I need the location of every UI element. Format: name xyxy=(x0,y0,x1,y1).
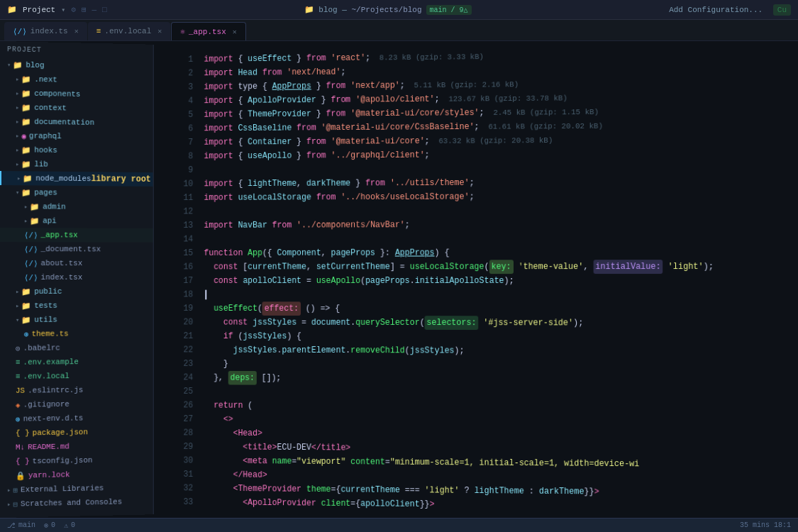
tree-label: utils xyxy=(34,316,57,324)
tab-env-local[interactable]: ≡ .env.local ✕ xyxy=(88,22,171,40)
tree-label: package.json xyxy=(33,428,88,437)
tree-item-scratches[interactable]: ▸ ⊟ Scratches and Consoles xyxy=(0,494,153,511)
error-icon: ⊗ xyxy=(44,521,48,530)
git-badge: main / 9△ xyxy=(426,5,472,15)
chevron-right-icon: ▸ xyxy=(16,132,19,140)
code-line-21: if (jssStyles) { xyxy=(204,329,798,345)
scratch-icon: ⊟ xyxy=(13,499,18,509)
chevron-right-icon: ▸ xyxy=(16,287,19,295)
tree-label: lib xyxy=(34,160,48,169)
tree-label: tests xyxy=(34,301,57,310)
status-bar: ⎇ main ⊗ 0 ⚠ 0 35 mins 18:1 xyxy=(0,518,798,532)
tree-item-pages[interactable]: ▾ 📁 pages xyxy=(0,185,153,201)
main-layout: PROJECT ▾ 📁 blog ▸ 📁 .next ▸ 📁 component… xyxy=(0,41,798,518)
folder-icon: 📁 xyxy=(23,174,33,183)
chevron-down-icon: ▾ xyxy=(16,189,19,196)
folder-icon: 📁 xyxy=(21,89,31,98)
folder-icon: 📁 xyxy=(13,60,23,70)
tree-label: _app.tsx xyxy=(41,231,78,239)
add-config-btn[interactable]: Add Configuration... Cu xyxy=(669,6,791,14)
tab-close-icon[interactable]: ✕ xyxy=(74,27,79,35)
project-name: Project xyxy=(23,6,55,14)
chevron-right-icon: ▸ xyxy=(16,89,19,97)
tsx-file-icon: ⟨/⟩ xyxy=(24,259,38,268)
tree-item-app-tsx[interactable]: ⟨/⟩ _app.tsx xyxy=(0,228,153,243)
lock-file-icon: 🔒 xyxy=(16,471,26,480)
code-line-19: useEffect(effect: () => { xyxy=(204,301,798,316)
code-line-17: const apolloClient = useApollo(pageProps… xyxy=(204,274,798,288)
tree-label: context xyxy=(34,104,67,113)
tree-label: index.tsx xyxy=(41,273,83,282)
folder-icon: 📁 xyxy=(21,103,31,112)
tree-label: tsconfig.json xyxy=(33,456,93,465)
tree-item-lib[interactable]: ▸ 📁 lib xyxy=(0,157,153,172)
tree-item-tests[interactable]: ▸ 📁 tests xyxy=(0,299,153,313)
gitignore-file-icon: ◈ xyxy=(16,400,21,409)
lib-icon: ⊞ xyxy=(13,485,18,494)
tree-label: Scratches and Consoles xyxy=(21,497,122,508)
tree-item-eslintrc[interactable]: JS .eslintrc.js xyxy=(0,382,153,398)
env-file-icon: ≡ xyxy=(16,358,21,367)
tree-label: api xyxy=(43,216,57,225)
status-branch: ⎇ main xyxy=(7,521,35,530)
folder-icon-project: 📁 xyxy=(304,5,314,14)
tree-item-document-tsx[interactable]: ⟨/⟩ _document.tsx xyxy=(0,242,153,256)
file-tree-sidebar[interactable]: PROJECT ▾ 📁 blog ▸ 📁 .next ▸ 📁 component… xyxy=(0,41,154,518)
chevron-right-icon: ▸ xyxy=(16,301,19,309)
tree-item-node-modules[interactable]: ▸ 📁 node_modules library root xyxy=(0,171,153,187)
tree-item-about-tsx[interactable]: ⟨/⟩ about.tsx xyxy=(0,256,153,270)
line-numbers: 12345 678910 1112131415 1617181920 21222… xyxy=(173,47,199,511)
ide-window: 📁 Project ▾ ⚙ ⊞ — □ 📁 blog — ~/Projects/… xyxy=(0,0,798,532)
tab-close-icon[interactable]: ✕ xyxy=(233,28,237,36)
tree-label: about.tsx xyxy=(41,259,83,267)
editor-area[interactable]: 12345 678910 1112131415 1617181920 21222… xyxy=(173,41,798,518)
tree-item-graphql[interactable]: ▸ ◉ graphql xyxy=(0,128,153,145)
code-line-15: function App({ Component, pageProps }: A… xyxy=(204,245,798,260)
tree-label: .env.example xyxy=(23,358,78,367)
chevron-down-icon: ▾ xyxy=(16,316,19,323)
tree-item-api[interactable]: ▸ 📁 api xyxy=(0,214,153,228)
code-line-22: jssStyles.parentElement.removeChild(jssS… xyxy=(204,343,798,359)
code-line-14 xyxy=(204,231,798,246)
status-time: 35 mins 18:1 xyxy=(740,521,791,529)
tree-item-env-example[interactable]: ≡ .env.example xyxy=(0,354,153,370)
tree-label: next-env.d.ts xyxy=(23,414,84,423)
breadcrumb-path: blog — ~/Projects/blog xyxy=(318,6,421,14)
tree-item-hooks[interactable]: ▸ 📁 hooks xyxy=(0,143,153,158)
tree-label: documentation xyxy=(34,118,94,127)
code-line-11: import useLocalStorage from '../hooks/us… xyxy=(204,189,798,205)
tree-item-public[interactable]: ▸ 📁 public xyxy=(0,284,153,299)
tsx-file-icon: ⟨/⟩ xyxy=(24,273,38,282)
tree-label: pages xyxy=(34,188,57,196)
node-modules-label: node_modules xyxy=(35,174,91,183)
dropdown-icon[interactable]: ▾ xyxy=(61,6,65,14)
warning-icon: ⚠ xyxy=(64,521,68,530)
js-file-icon: JS xyxy=(16,387,25,395)
folder-icon: 📁 xyxy=(21,301,31,310)
tree-item-admin[interactable]: ▸ 📁 admin xyxy=(0,199,153,214)
tree-item-theme-ts[interactable]: ⊛ theme.ts xyxy=(0,326,153,341)
folder-icon: 📁 xyxy=(21,287,31,296)
tab-label: _app.tsx xyxy=(189,28,226,36)
git-branch-icon: ⎇ xyxy=(7,521,16,530)
code-editor[interactable]: import { useEffect } from 'react'; 8.23 … xyxy=(199,41,798,518)
code-line-13: import NavBar from '../components/NavBar… xyxy=(204,217,798,233)
title-bar: 📁 Project ▾ ⚙ ⊞ — □ 📁 blog — ~/Projects/… xyxy=(0,0,798,20)
folder-icon: 📁 xyxy=(21,160,31,169)
tree-label: graphql xyxy=(29,132,62,141)
tree-item-index-tsx[interactable]: ⟨/⟩ index.tsx xyxy=(0,270,153,284)
env-icon: ≡ xyxy=(96,27,101,35)
chevron-right-icon: ▸ xyxy=(24,217,28,225)
tab-app-tsx[interactable]: ⚛ _app.tsx ✕ xyxy=(171,22,245,40)
tree-item-babelrc[interactable]: ⊙ .babelrc xyxy=(0,340,153,355)
env-file-icon: ≡ xyxy=(16,372,21,381)
code-line-20: const jssStyles = document.querySelector… xyxy=(204,316,798,331)
md-file-icon: M↓ xyxy=(16,443,25,451)
tree-item-gitignore[interactable]: ◈ .gitignore xyxy=(0,397,153,412)
tree-item-utils[interactable]: ▾ 📁 utils xyxy=(0,312,153,327)
tab-index-ts[interactable]: ⟨/⟩ index.ts ✕ xyxy=(4,22,87,40)
tab-close-icon[interactable]: ✕ xyxy=(157,27,162,35)
tree-label: README.md xyxy=(28,443,70,452)
library-root-badge: library root xyxy=(91,174,150,184)
tree-item-env-local[interactable]: ≡ .env.local xyxy=(0,368,153,384)
